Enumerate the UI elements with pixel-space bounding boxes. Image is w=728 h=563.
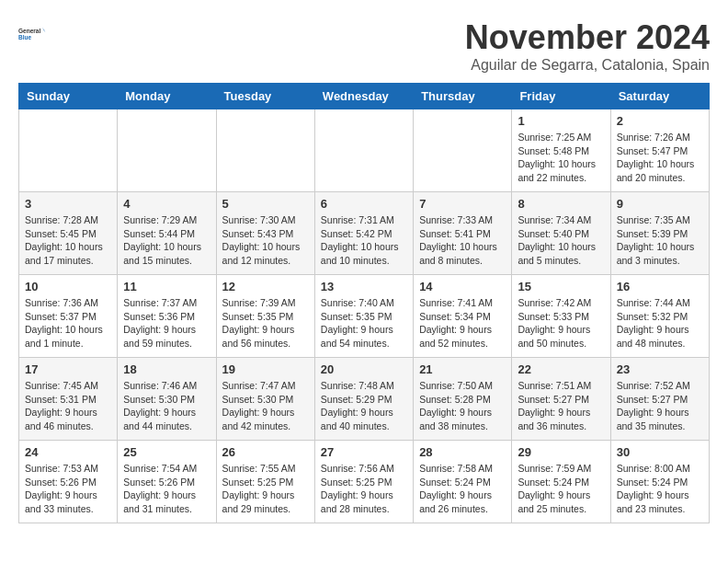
day-number: 25: [123, 445, 210, 459]
day-number: 11: [123, 280, 210, 293]
calendar-week-row: 1Sunrise: 7:25 AM Sunset: 5:48 PM Daylig…: [19, 109, 710, 192]
calendar-cell: [314, 109, 413, 192]
calendar-cell: 28Sunrise: 7:58 AM Sunset: 5:24 PM Dayli…: [414, 441, 512, 523]
calendar-cell: [414, 109, 512, 192]
day-number: 6: [321, 197, 407, 211]
day-number: 3: [25, 197, 111, 211]
day-number: 7: [419, 197, 506, 211]
calendar-day-header: Tuesday: [216, 84, 314, 109]
calendar-cell: 9Sunrise: 7:35 AM Sunset: 5:39 PM Daylig…: [610, 192, 709, 275]
logo-svg: General Blue: [18, 18, 46, 51]
day-info: Sunrise: 7:51 AM Sunset: 5:27 PM Dayligh…: [518, 379, 604, 433]
calendar-cell: 2Sunrise: 7:26 AM Sunset: 5:47 PM Daylig…: [610, 109, 709, 192]
calendar-cell: [216, 109, 314, 192]
day-number: 27: [321, 445, 407, 459]
calendar-day-header: Saturday: [610, 84, 709, 109]
calendar-day-header: Sunday: [19, 84, 118, 109]
day-number: 10: [25, 280, 111, 293]
day-number: 29: [518, 445, 604, 459]
day-number: 22: [518, 362, 604, 376]
calendar-cell: 30Sunrise: 8:00 AM Sunset: 5:24 PM Dayli…: [610, 441, 709, 523]
day-number: 16: [617, 280, 703, 293]
calendar-cell: 26Sunrise: 7:55 AM Sunset: 5:25 PM Dayli…: [216, 441, 314, 523]
day-info: Sunrise: 7:58 AM Sunset: 5:24 PM Dayligh…: [419, 462, 506, 516]
calendar-cell: 8Sunrise: 7:34 AM Sunset: 5:40 PM Daylig…: [512, 192, 610, 275]
day-info: Sunrise: 7:45 AM Sunset: 5:31 PM Dayligh…: [25, 379, 111, 433]
day-number: 23: [617, 362, 703, 376]
day-info: Sunrise: 7:30 AM Sunset: 5:43 PM Dayligh…: [222, 213, 309, 268]
calendar-cell: 23Sunrise: 7:52 AM Sunset: 5:27 PM Dayli…: [610, 358, 709, 441]
day-info: Sunrise: 7:33 AM Sunset: 5:41 PM Dayligh…: [419, 213, 506, 268]
day-info: Sunrise: 7:29 AM Sunset: 5:44 PM Dayligh…: [123, 213, 210, 268]
calendar-day-header: Wednesday: [314, 84, 413, 109]
day-info: Sunrise: 7:36 AM Sunset: 5:37 PM Dayligh…: [25, 296, 111, 350]
day-info: Sunrise: 7:50 AM Sunset: 5:28 PM Dayligh…: [419, 379, 506, 433]
calendar-cell: 29Sunrise: 7:59 AM Sunset: 5:24 PM Dayli…: [512, 441, 610, 523]
day-number: 30: [617, 445, 703, 459]
calendar-day-header: Friday: [512, 84, 610, 109]
calendar-cell: 15Sunrise: 7:42 AM Sunset: 5:33 PM Dayli…: [512, 275, 610, 358]
day-info: Sunrise: 7:42 AM Sunset: 5:33 PM Dayligh…: [518, 296, 604, 350]
day-number: 9: [617, 197, 703, 211]
day-info: Sunrise: 7:39 AM Sunset: 5:35 PM Dayligh…: [222, 296, 309, 350]
day-number: 28: [419, 445, 506, 459]
day-number: 14: [419, 280, 506, 293]
day-number: 18: [123, 362, 210, 376]
day-number: 19: [222, 362, 309, 376]
day-info: Sunrise: 7:41 AM Sunset: 5:34 PM Dayligh…: [419, 296, 506, 350]
calendar-cell: 5Sunrise: 7:30 AM Sunset: 5:43 PM Daylig…: [216, 192, 314, 275]
calendar-cell: 11Sunrise: 7:37 AM Sunset: 5:36 PM Dayli…: [118, 275, 216, 358]
calendar-cell: 10Sunrise: 7:36 AM Sunset: 5:37 PM Dayli…: [19, 275, 118, 358]
day-info: Sunrise: 7:34 AM Sunset: 5:40 PM Dayligh…: [518, 213, 604, 268]
day-info: Sunrise: 7:59 AM Sunset: 5:24 PM Dayligh…: [518, 462, 604, 516]
calendar-cell: 12Sunrise: 7:39 AM Sunset: 5:35 PM Dayli…: [216, 275, 314, 358]
location-title: Aguilar de Segarra, Catalonia, Spain: [465, 57, 710, 74]
calendar-header-row: SundayMondayTuesdayWednesdayThursdayFrid…: [19, 84, 710, 109]
day-info: Sunrise: 7:28 AM Sunset: 5:45 PM Dayligh…: [25, 213, 111, 268]
day-info: Sunrise: 7:53 AM Sunset: 5:26 PM Dayligh…: [25, 462, 111, 516]
title-area: November 2024 Aguilar de Segarra, Catalo…: [465, 18, 710, 74]
calendar-cell: 20Sunrise: 7:48 AM Sunset: 5:29 PM Dayli…: [314, 358, 413, 441]
day-number: 2: [617, 114, 703, 128]
month-title: November 2024: [465, 18, 710, 57]
calendar-day-header: Monday: [118, 84, 216, 109]
calendar-cell: 27Sunrise: 7:56 AM Sunset: 5:25 PM Dayli…: [314, 441, 413, 523]
day-info: Sunrise: 7:31 AM Sunset: 5:42 PM Dayligh…: [321, 213, 407, 268]
day-number: 21: [419, 362, 506, 376]
day-number: 1: [518, 114, 604, 128]
day-info: Sunrise: 7:40 AM Sunset: 5:35 PM Dayligh…: [321, 296, 407, 350]
day-info: Sunrise: 7:47 AM Sunset: 5:30 PM Dayligh…: [222, 379, 309, 433]
calendar-cell: 3Sunrise: 7:28 AM Sunset: 5:45 PM Daylig…: [19, 192, 118, 275]
logo: General Blue: [18, 18, 46, 51]
calendar-cell: 13Sunrise: 7:40 AM Sunset: 5:35 PM Dayli…: [314, 275, 413, 358]
day-info: Sunrise: 7:37 AM Sunset: 5:36 PM Dayligh…: [123, 296, 210, 350]
day-info: Sunrise: 7:25 AM Sunset: 5:48 PM Dayligh…: [518, 131, 604, 185]
calendar-week-row: 10Sunrise: 7:36 AM Sunset: 5:37 PM Dayli…: [19, 275, 710, 358]
day-number: 5: [222, 197, 309, 211]
calendar-cell: 6Sunrise: 7:31 AM Sunset: 5:42 PM Daylig…: [314, 192, 413, 275]
page-header: General Blue November 2024 Aguilar de Se…: [18, 18, 710, 74]
svg-text:Blue: Blue: [18, 34, 31, 40]
calendar-cell: 25Sunrise: 7:54 AM Sunset: 5:26 PM Dayli…: [118, 441, 216, 523]
calendar-table: SundayMondayTuesdayWednesdayThursdayFrid…: [18, 83, 710, 523]
day-info: Sunrise: 7:54 AM Sunset: 5:26 PM Dayligh…: [123, 462, 210, 516]
calendar-week-row: 17Sunrise: 7:45 AM Sunset: 5:31 PM Dayli…: [19, 358, 710, 441]
day-number: 4: [123, 197, 210, 211]
calendar-cell: 4Sunrise: 7:29 AM Sunset: 5:44 PM Daylig…: [118, 192, 216, 275]
day-number: 24: [25, 445, 111, 459]
day-number: 8: [518, 197, 604, 211]
day-info: Sunrise: 7:46 AM Sunset: 5:30 PM Dayligh…: [123, 379, 210, 433]
calendar-cell: 7Sunrise: 7:33 AM Sunset: 5:41 PM Daylig…: [414, 192, 512, 275]
calendar-day-header: Thursday: [414, 84, 512, 109]
calendar-cell: [19, 109, 118, 192]
calendar-cell: 18Sunrise: 7:46 AM Sunset: 5:30 PM Dayli…: [118, 358, 216, 441]
calendar-cell: 1Sunrise: 7:25 AM Sunset: 5:48 PM Daylig…: [512, 109, 610, 192]
calendar-week-row: 24Sunrise: 7:53 AM Sunset: 5:26 PM Dayli…: [19, 441, 710, 523]
day-number: 15: [518, 280, 604, 293]
day-number: 12: [222, 280, 309, 293]
calendar-cell: [118, 109, 216, 192]
day-number: 17: [25, 362, 111, 376]
day-info: Sunrise: 7:35 AM Sunset: 5:39 PM Dayligh…: [617, 213, 703, 268]
day-info: Sunrise: 7:44 AM Sunset: 5:32 PM Dayligh…: [617, 296, 703, 350]
day-info: Sunrise: 7:26 AM Sunset: 5:47 PM Dayligh…: [617, 131, 703, 185]
